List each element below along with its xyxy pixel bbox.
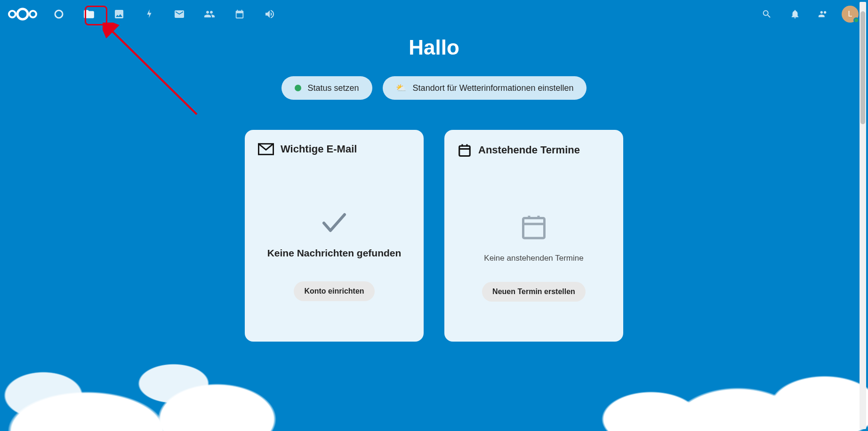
dashboard-content: Hallo Status setzen ⛅ Standort für Wette… <box>0 0 868 342</box>
mail-widget-title: Wichtige E-Mail <box>281 143 357 155</box>
calendar-outline-icon <box>520 212 548 240</box>
circle-outline-icon <box>53 8 64 20</box>
bell-icon <box>790 9 800 19</box>
weather-pill[interactable]: ⛅ Standort für Wetterinformationen einst… <box>383 76 587 100</box>
search-button[interactable] <box>757 4 777 24</box>
greeting-title: Hallo <box>0 36 868 59</box>
calendar-widget: Anstehende Termine Keine anstehenden Ter… <box>444 130 623 342</box>
svg-point-0 <box>9 11 16 17</box>
envelope-icon <box>258 143 274 155</box>
nav-photos[interactable] <box>109 4 129 24</box>
svg-point-3 <box>55 10 63 18</box>
mail-icon <box>174 8 185 20</box>
widgets-row: Wichtige E-Mail Keine Nachrichten gefund… <box>0 130 868 342</box>
mail-empty-message: Keine Nachrichten gefunden <box>267 247 402 259</box>
contacts-icon <box>818 9 828 19</box>
calendar-bold-icon <box>458 143 472 157</box>
image-icon <box>113 8 125 20</box>
nav-files[interactable] <box>79 4 99 24</box>
mail-widget-body: Keine Nachrichten gefunden Konto einrich… <box>258 184 410 328</box>
search-icon <box>762 9 772 19</box>
status-pill-label: Status setzen <box>308 83 359 93</box>
status-online-dot-icon <box>295 85 301 91</box>
nav-mail[interactable] <box>169 4 189 24</box>
status-pills: Status setzen ⛅ Standort für Wetterinfor… <box>0 76 868 100</box>
mail-setup-button[interactable]: Konto einrichten <box>294 281 374 301</box>
svg-point-2 <box>30 11 36 17</box>
checkmark-icon <box>320 211 348 234</box>
calendar-widget-title: Anstehende Termine <box>478 144 580 156</box>
calendar-icon <box>234 9 245 19</box>
lightning-icon <box>144 9 154 19</box>
status-pill[interactable]: Status setzen <box>281 76 372 100</box>
svg-rect-7 <box>459 146 470 156</box>
avatar-initial: L <box>848 10 852 18</box>
nav-contacts[interactable] <box>200 4 219 24</box>
top-bar: L <box>0 0 868 28</box>
svg-point-1 <box>17 9 28 19</box>
contacts-menu-button[interactable] <box>813 4 833 24</box>
nav-icons-group <box>49 4 280 24</box>
online-status-dot <box>853 17 859 23</box>
weather-sun-icon: ⛅ <box>396 83 406 93</box>
nextcloud-logo-icon <box>6 6 40 23</box>
right-icons-group: L <box>757 4 859 24</box>
calendar-empty-message: Keine anstehenden Termine <box>484 254 583 263</box>
folder-icon <box>83 8 95 20</box>
calendar-widget-body: Keine anstehenden Termine Neuen Termin e… <box>458 185 610 328</box>
nav-activity[interactable] <box>139 4 159 24</box>
nextcloud-logo[interactable] <box>6 6 40 23</box>
volume-icon <box>264 8 275 20</box>
user-avatar[interactable]: L <box>842 6 859 23</box>
nav-dashboard[interactable] <box>49 4 69 24</box>
svg-rect-11 <box>523 218 545 239</box>
mail-widget: Wichtige E-Mail Keine Nachrichten gefund… <box>245 130 424 342</box>
weather-pill-label: Standort für Wetterinformationen einstel… <box>413 83 574 93</box>
nav-calendar[interactable] <box>230 4 249 24</box>
calendar-widget-header: Anstehende Termine <box>458 143 610 157</box>
calendar-create-button[interactable]: Neuen Termin erstellen <box>482 282 586 302</box>
people-icon <box>204 8 215 20</box>
notifications-button[interactable] <box>785 4 805 24</box>
nav-talk[interactable] <box>260 4 280 24</box>
mail-widget-header: Wichtige E-Mail <box>258 143 410 155</box>
